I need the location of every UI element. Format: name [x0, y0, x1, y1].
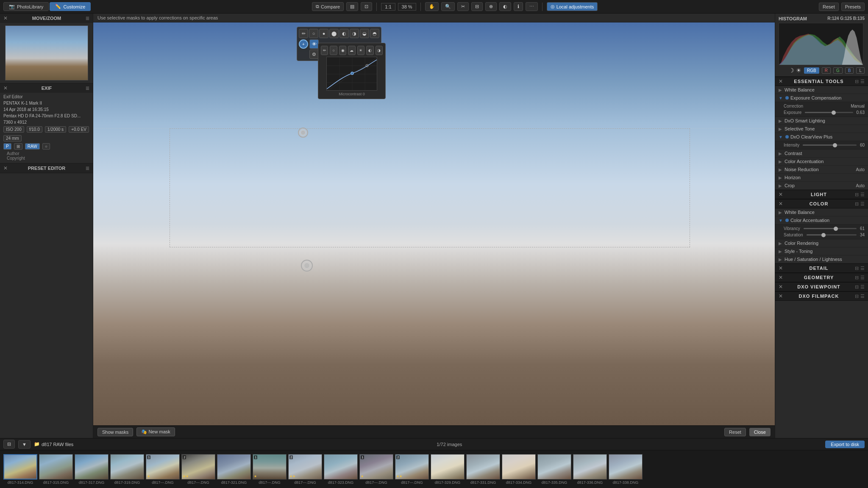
vp-icon2[interactable]: ☰ [860, 284, 865, 290]
intensity-thumb[interactable] [833, 143, 837, 147]
detail-icon2[interactable]: ☰ [860, 266, 865, 271]
preset-close-icon[interactable]: ✕ [3, 165, 8, 171]
view-options-btn[interactable]: ▤ [346, 2, 358, 11]
tool-hsl[interactable]: ▶ Hue / Saturation / Lightness [775, 255, 868, 263]
vp-icon1[interactable]: ⊟ [855, 284, 859, 290]
chan-b-btn[interactable]: B [845, 67, 854, 74]
curve-icon-7[interactable]: ◑ [376, 46, 383, 55]
tb-btn-3[interactable]: ● [319, 29, 328, 38]
chan-rgb-btn[interactable]: RGB [804, 67, 819, 74]
top-selection-handle[interactable] [298, 128, 308, 138]
curve-icon-3[interactable]: ◉ [339, 46, 346, 55]
tool-crop[interactable]: ▶ Crop Auto [775, 182, 868, 190]
detail-icon1[interactable]: ⊟ [855, 266, 859, 271]
fp-icon1[interactable]: ⊟ [855, 294, 859, 299]
customize-tab[interactable]: ✏️ Customize [50, 2, 91, 11]
film-thumb-3[interactable]: d817-319.DNG [110, 454, 144, 485]
hdr-badge[interactable]: ⊞ [14, 143, 22, 150]
preset-header[interactable]: ✕ PRESET EDITOR ☰ [0, 164, 93, 173]
preset-expand-icon[interactable]: ☰ [86, 166, 89, 171]
color-icon1[interactable]: ⊟ [855, 201, 859, 207]
close-mask-btn[interactable]: Close [749, 428, 771, 436]
perspective-btn[interactable]: ⊟ [471, 2, 483, 11]
curve-icon-6[interactable]: ◐ [366, 46, 373, 55]
film-thumb-8[interactable]: 2★★d817---.DNG [288, 454, 322, 485]
tb-btn-4[interactable]: ⬤ [329, 29, 339, 38]
light-close-icon[interactable]: ✕ [779, 191, 783, 197]
export-disk-btn[interactable]: Export to disk [825, 441, 865, 448]
close-icon[interactable]: ✕ [3, 15, 8, 21]
light-icon1[interactable]: ⊟ [855, 192, 859, 197]
tb-btn-7[interactable]: ◒ [360, 29, 369, 38]
tool-selective-tone[interactable]: ▶ Selective Tone [775, 125, 868, 133]
film-thumb-12[interactable]: d817-329.DNG [431, 454, 465, 485]
film-thumb-1[interactable]: d817-315.DNG [39, 454, 73, 485]
film-thumb-7[interactable]: 1★d817---.DNG [253, 454, 287, 485]
fp-close-icon[interactable]: ✕ [779, 293, 783, 299]
vibrancy-thumb[interactable] [834, 227, 838, 231]
film-thumb-15[interactable]: d817-335.DNG [537, 454, 571, 485]
et-icon1[interactable]: ⊟ [855, 79, 859, 84]
settings-icon-btn[interactable]: ⚙ [309, 50, 319, 59]
exif-expand-icon[interactable]: ☰ [86, 86, 89, 91]
tool-dxo-smart-lighting[interactable]: ▶ DxO Smart Lighting [775, 117, 868, 125]
chan-r-btn[interactable]: R [822, 67, 831, 74]
exif-close-icon[interactable]: ✕ [3, 85, 8, 91]
tool-horizon[interactable]: ▶ Horizon [775, 174, 868, 182]
local-adjustments-btn[interactable]: ◎ Local adjustments [547, 2, 598, 11]
move-zoom-header[interactable]: ✕ MOVE/ZOOM ☰ [0, 14, 93, 23]
exif-header[interactable]: ✕ EXIF ☰ [0, 83, 93, 93]
film-thumb-0[interactable]: d817-314.DNG [3, 454, 37, 485]
film-thumb-2[interactable]: d817-317.DNG [75, 454, 108, 485]
tool-exposure-compensation[interactable]: ▼ Exposure Compensation [775, 94, 868, 102]
circle-badge[interactable]: ○ [42, 143, 50, 150]
color-close-icon[interactable]: ✕ [779, 201, 783, 207]
info-btn[interactable]: ℹ [514, 2, 523, 11]
saturation-thumb[interactable] [821, 233, 826, 237]
film-thumb-17[interactable]: d817-338.DNG [609, 454, 643, 485]
film-thumb-10[interactable]: 1★d817---.DNG [359, 454, 393, 485]
tool-noise-reduction[interactable]: ▶ Noise Reduction Auto [775, 166, 868, 174]
film-thumb-11[interactable]: 2★★d817---.DNG [395, 454, 429, 485]
expand-icon[interactable]: ☰ [86, 16, 89, 21]
reset-mask-btn[interactable]: Reset [724, 428, 746, 436]
et-close-icon[interactable]: ✕ [779, 78, 783, 84]
curve-icon-1[interactable]: ✏ [321, 46, 328, 55]
tool-white-balance[interactable]: ▶ White Balance [775, 86, 868, 94]
tb-btn-1[interactable]: ✏ [299, 29, 308, 38]
zoom-level[interactable]: 38 % [398, 3, 416, 11]
tool-color-accentuation-2[interactable]: ▼ Color Accentuation [775, 216, 868, 225]
tb-btn-5[interactable]: ◐ [339, 29, 349, 38]
film-thumb-14[interactable]: d817-334.DNG [502, 454, 536, 485]
tool-style-toning[interactable]: ▶ Style - Toning [775, 247, 868, 255]
exposure-thumb[interactable] [832, 111, 836, 115]
photo-library-tab[interactable]: 📷 PhotoLibrary [3, 2, 49, 11]
film-thumb-6[interactable]: d817-321.DNG [217, 454, 251, 485]
color-icon2[interactable]: ☰ [860, 201, 865, 207]
filmstrip-sort-btn[interactable]: ⊟ [3, 440, 15, 449]
tb-btn-6[interactable]: ◑ [350, 29, 359, 38]
active-circle-btn[interactable]: + [299, 39, 308, 49]
chan-g-btn[interactable]: G [833, 67, 843, 74]
film-thumb-4[interactable]: 1★d817---.DNG [146, 454, 180, 485]
tool-color-rendering[interactable]: ▶ Color Rendering [775, 239, 868, 247]
et-icon2[interactable]: ☰ [860, 79, 865, 84]
film-thumb-9[interactable]: d817-323.DNG [324, 454, 358, 485]
more-btn[interactable]: ⋯ [526, 2, 538, 11]
eye-icon-btn[interactable]: 👁 [309, 39, 319, 49]
curve-icon-5[interactable]: ☀ [357, 46, 364, 55]
new-mask-btn[interactable]: 🎭 New mask [136, 427, 175, 436]
p-badge[interactable]: P [3, 143, 11, 150]
retouch-btn[interactable]: ⊕ [485, 2, 497, 11]
compare-btn[interactable]: ⧉ Compare [312, 2, 344, 11]
chan-l-btn[interactable]: L [856, 67, 865, 74]
geometry-close-icon[interactable]: ✕ [779, 274, 783, 280]
crop-btn[interactable]: ⊡ [361, 2, 372, 11]
presets-btn[interactable]: Presets [841, 3, 865, 11]
filmstrip-filter-btn[interactable]: ▼ [18, 440, 31, 449]
exposure-slider[interactable] [805, 112, 853, 113]
film-thumb-16[interactable]: d817-336.DNG [573, 454, 607, 485]
show-masks-btn[interactable]: Show masks [97, 428, 133, 436]
intensity-slider[interactable] [803, 144, 857, 146]
moon-icon[interactable]: ☽ [789, 67, 794, 74]
